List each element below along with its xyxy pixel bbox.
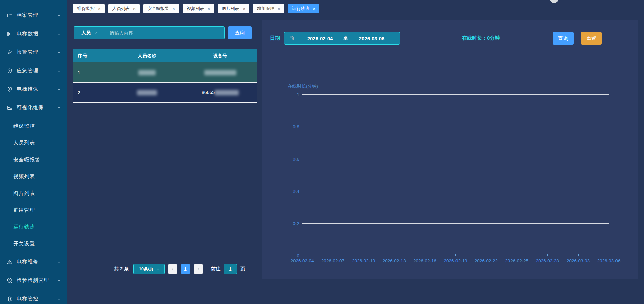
chevron-down-icon: [57, 260, 61, 264]
goto-label: 前往: [211, 266, 220, 272]
folder-icon: [7, 12, 13, 18]
tab-label: 维保监控: [77, 6, 95, 12]
sidebar-subitem-video-list[interactable]: 视频列表: [0, 168, 67, 185]
header-seq: 序号: [73, 53, 110, 59]
page-size-select[interactable]: 10条/页: [133, 264, 165, 274]
app-root: 档案管理 电梯数据 报警管理: [0, 0, 644, 304]
date-label: 日期: [270, 35, 280, 41]
date-end-value: 2026-03-06: [348, 36, 395, 41]
sidebar-subitem-helmet-alarm[interactable]: 安全帽报警: [0, 151, 67, 168]
date-range-picker[interactable]: 2026-02-04 至 2026-03-06: [284, 32, 400, 45]
sidebar-subitem-run-track[interactable]: 运行轨迹: [0, 218, 67, 235]
gridline: [302, 223, 609, 224]
tab-label: 人员列表: [112, 6, 130, 12]
sidebar-item-visual-maintenance[interactable]: 可视化维保: [0, 98, 67, 117]
sidebar-subitem-switch-settings[interactable]: 开关设置: [0, 235, 67, 252]
sidebar-item-elevator-control[interactable]: 电梯管控: [0, 290, 67, 304]
chart-query-button[interactable]: 查询: [553, 32, 574, 45]
sidebar-item-label: 应急管理: [17, 68, 57, 74]
cell-seq: 2: [73, 90, 110, 95]
gridline: [302, 159, 609, 159]
x-tick: [364, 254, 364, 256]
table-row[interactable]: 2 86665: [73, 83, 257, 103]
sidebar-item-label: 档案管理: [17, 12, 57, 18]
person-search-bar: 人员: [74, 26, 225, 39]
date-separator: 至: [343, 35, 348, 41]
tab-label: 群组管理: [257, 6, 274, 12]
close-icon[interactable]: ×: [278, 7, 280, 11]
y-tick-label: 0.6: [286, 157, 299, 162]
y-tick-label: 0: [286, 253, 299, 258]
x-tick: [609, 254, 609, 256]
sidebar-item-maintenance[interactable]: 电梯维保: [0, 80, 67, 98]
sidebar-subitem-group-manage[interactable]: 群组管理: [0, 202, 67, 218]
cell-person-name: [110, 70, 184, 75]
tab-group-manage[interactable]: 群组管理 ×: [253, 4, 284, 13]
list-query-button[interactable]: 查询: [228, 26, 252, 39]
gridline: [302, 191, 609, 191]
date-start-value: 2026-02-04: [297, 36, 343, 41]
sidebar-item-label: 电梯维修: [17, 259, 57, 265]
close-icon[interactable]: ×: [98, 7, 101, 11]
header-device-no: 设备号: [184, 53, 257, 59]
y-tick-label: 0.2: [286, 221, 299, 226]
sidebar-subitem-maintenance-monitor[interactable]: 维保监控: [0, 118, 67, 134]
close-icon[interactable]: ×: [133, 7, 136, 11]
sidebar-item-elevator-data[interactable]: 电梯数据: [0, 25, 67, 43]
close-icon[interactable]: ×: [208, 7, 210, 11]
tab-helmet-alarm[interactable]: 安全帽报警 ×: [143, 4, 179, 13]
cell-person-name: [110, 90, 184, 95]
sidebar-item-emergency[interactable]: 应急管理: [0, 61, 67, 80]
layers-icon: [7, 296, 13, 302]
x-tick-label: 2026-02-22: [475, 258, 498, 263]
sidebar-item-inspection[interactable]: 检验检测管理: [0, 271, 67, 290]
goto-page-input[interactable]: [224, 264, 237, 274]
tab-image-list[interactable]: 图片列表 ×: [218, 4, 249, 13]
run-track-panel: 日期 2026-02-04 至 2026-03-06 在线时长：0分钟 查询 重…: [262, 20, 638, 279]
sidebar: 档案管理 电梯数据 报警管理: [0, 0, 67, 304]
divider: [74, 253, 256, 253]
tab-maintenance-monitor[interactable]: 维保监控 ×: [73, 4, 105, 13]
elevator-icon: [7, 31, 13, 37]
chevron-down-icon: [57, 278, 61, 283]
close-icon[interactable]: ×: [313, 7, 316, 11]
table-row[interactable]: 1: [73, 62, 257, 83]
search-input[interactable]: [105, 26, 225, 39]
chevron-up-icon: [57, 106, 61, 110]
close-icon[interactable]: ×: [243, 7, 245, 11]
x-tick-label: 2026-02-16: [413, 258, 436, 263]
close-icon[interactable]: ×: [172, 7, 175, 11]
y-axis-title: 在线时长(分钟): [288, 83, 318, 89]
next-page-button[interactable]: [194, 264, 203, 274]
x-tick: [455, 254, 456, 256]
cell-device-no: [184, 70, 257, 75]
online-duration-chart: 1 0.8 0.6 0.4 0.2 0 2026-02-04 2026-02-0…: [302, 94, 609, 256]
x-tick: [394, 254, 394, 256]
sidebar-subitem-person-list[interactable]: 人员列表: [0, 134, 67, 151]
sidebar-item-alarm[interactable]: 报警管理: [0, 43, 67, 61]
cell-device-no: 86665: [184, 90, 257, 95]
chevron-down-icon: [57, 50, 61, 54]
warning-triangle-icon: [7, 259, 13, 265]
tab-run-track[interactable]: 运行轨迹 ×: [288, 4, 320, 13]
avatar[interactable]: [550, 0, 559, 3]
tab-video-list[interactable]: 视频列表 ×: [183, 4, 214, 13]
sidebar-item-label: 报警管理: [17, 49, 57, 55]
redacted-name: [138, 70, 156, 75]
sidebar-item-label: 电梯数据: [17, 31, 57, 37]
chart-reset-button[interactable]: 重置: [581, 32, 602, 45]
sidebar-item-repair[interactable]: 电梯维修: [0, 253, 67, 271]
x-tick-label: 2026-03-06: [597, 258, 620, 263]
redacted-device: [215, 90, 239, 95]
x-tick: [333, 254, 333, 256]
sidebar-item-archive[interactable]: 档案管理: [0, 6, 67, 25]
prev-page-button[interactable]: [168, 264, 177, 274]
redacted-name: [137, 90, 157, 95]
x-tick: [486, 254, 486, 256]
category-select[interactable]: 人员: [74, 26, 105, 39]
table-header-row: 序号 人员名称 设备号: [73, 49, 257, 62]
sidebar-subitem-image-list[interactable]: 图片列表: [0, 185, 67, 202]
tab-person-list[interactable]: 人员列表 ×: [108, 4, 140, 13]
page-number-button[interactable]: 1: [181, 264, 190, 274]
page-unit-label: 页: [240, 266, 245, 272]
